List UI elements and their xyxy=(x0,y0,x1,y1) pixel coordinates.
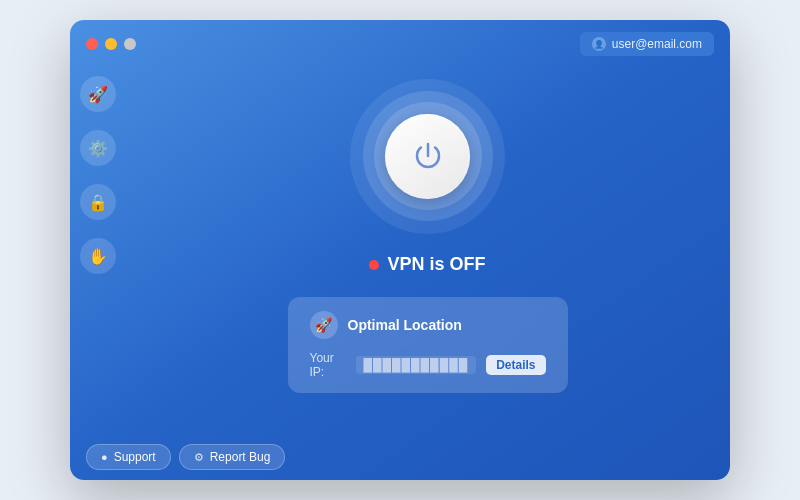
ip-value: ███████████ xyxy=(356,356,477,374)
minimize-button[interactable] xyxy=(105,38,117,50)
maximize-button[interactable] xyxy=(124,38,136,50)
user-account-button[interactable]: 👤 user@email.com xyxy=(580,32,714,56)
details-button[interactable]: Details xyxy=(486,355,545,375)
vpn-status-text: VPN is OFF xyxy=(387,254,485,275)
sidebar-item-settings[interactable]: ⚙️ xyxy=(80,130,116,166)
close-button[interactable] xyxy=(86,38,98,50)
user-email-label: user@email.com xyxy=(612,37,702,51)
status-indicator-dot xyxy=(369,260,379,270)
bottom-bar: ● Support ⚙ Report Bug xyxy=(70,434,730,480)
user-icon: 👤 xyxy=(592,37,606,51)
app-window: 👤 user@email.com 🚀 ⚙️ 🔒 ✋ xyxy=(70,20,730,480)
location-card: 🚀 Optimal Location Your IP: ███████████ … xyxy=(288,297,568,393)
ip-label: Your IP: xyxy=(310,351,346,379)
report-bug-button-label: Report Bug xyxy=(210,450,271,464)
sidebar-item-block[interactable]: ✋ xyxy=(80,238,116,274)
power-toggle-button[interactable] xyxy=(385,114,470,199)
support-button[interactable]: ● Support xyxy=(86,444,171,470)
hand-icon: ✋ xyxy=(88,247,108,266)
report-bug-button[interactable]: ⚙ Report Bug xyxy=(179,444,286,470)
sidebar-item-quick-connect[interactable]: 🚀 xyxy=(80,76,116,112)
location-icon: 🚀 xyxy=(310,311,338,339)
power-button-container xyxy=(348,76,508,236)
bug-icon: ⚙ xyxy=(194,451,204,464)
location-header: 🚀 Optimal Location xyxy=(310,311,546,339)
sidebar-item-security[interactable]: 🔒 xyxy=(80,184,116,220)
location-name: Optimal Location xyxy=(348,317,462,333)
ip-row: Your IP: ███████████ Details xyxy=(310,351,546,379)
vpn-status: VPN is OFF xyxy=(369,254,485,275)
center-area: VPN is OFF 🚀 Optimal Location Your IP: █… xyxy=(125,56,730,434)
support-button-label: Support xyxy=(114,450,156,464)
title-bar: 👤 user@email.com xyxy=(70,20,730,56)
main-content: 🚀 ⚙️ 🔒 ✋ xyxy=(70,56,730,434)
power-symbol-icon xyxy=(410,138,446,174)
lock-icon: 🔒 xyxy=(88,193,108,212)
traffic-lights xyxy=(86,38,136,50)
support-icon: ● xyxy=(101,451,108,463)
sidebar: 🚀 ⚙️ 🔒 ✋ xyxy=(70,56,125,434)
gear-icon: ⚙️ xyxy=(88,139,108,158)
rocket-icon: 🚀 xyxy=(88,85,108,104)
